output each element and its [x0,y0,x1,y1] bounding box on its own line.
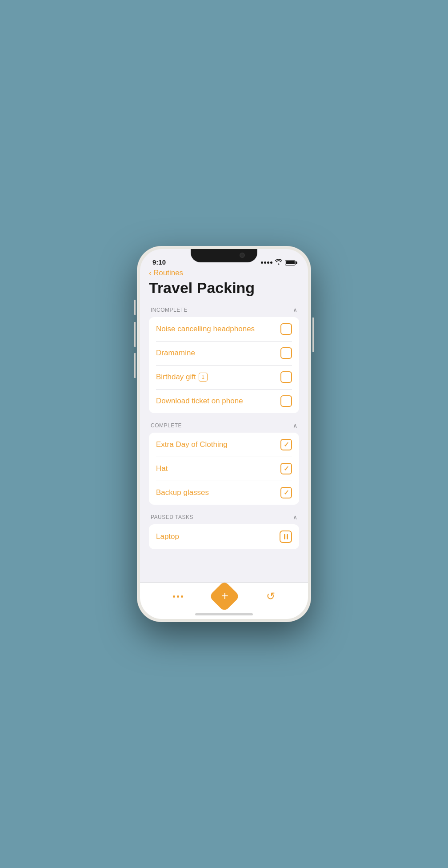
power-button [312,317,314,352]
task-row[interactable]: Laptop [149,524,299,549]
task-row[interactable]: Noise cancelling headphones [149,317,299,341]
task-row[interactable]: Dramamine [149,341,299,365]
task-label-task-4: Download ticket on phone [156,397,280,406]
back-chevron-icon: ‹ [149,269,152,277]
section-paused: PAUSED TASKS∧Laptop [149,514,299,549]
volume-up-button [134,322,136,347]
section-incomplete: INCOMPLETE∧Noise cancelling headphonesDr… [149,306,299,413]
more-button[interactable] [173,595,183,598]
signal-icon [261,261,272,264]
section-complete: COMPLETE∧Extra Day of ClothingHatBackup … [149,422,299,505]
section-title-complete: COMPLETE [151,422,182,429]
checkbox-task-7[interactable] [280,487,292,498]
section-header-complete[interactable]: COMPLETE∧ [149,422,299,433]
checkbox-task-2[interactable] [280,347,292,359]
phone-frame: 9:10 ‹ [137,246,311,622]
card-incomplete: Noise cancelling headphonesDramamineBirt… [149,317,299,413]
undo-icon: ↺ [266,590,275,603]
back-nav[interactable]: ‹ Routines [149,269,299,277]
task-row[interactable]: Download ticket on phone [149,389,299,413]
section-title-paused: PAUSED TASKS [151,514,193,520]
task-row[interactable]: Backup glasses [149,481,299,505]
card-complete: Extra Day of ClothingHatBackup glasses [149,433,299,505]
section-header-paused[interactable]: PAUSED TASKS∧ [149,514,299,524]
home-indicator [195,613,253,615]
task-label-task-1: Noise cancelling headphones [156,325,280,334]
checkbox-task-1[interactable] [280,323,292,335]
checkbox-task-4[interactable] [280,395,292,407]
add-button[interactable]: + [209,581,240,612]
checkbox-task-6[interactable] [280,463,292,474]
task-label-task-6: Hat [156,464,280,473]
section-chevron-incomplete: ∧ [293,306,297,313]
task-badge-task-3: 1 [199,373,208,382]
sections-container: INCOMPLETE∧Noise cancelling headphonesDr… [149,306,299,549]
status-icons [261,259,296,266]
task-label-task-7: Backup glasses [156,488,280,497]
task-label-task-8: Laptop [156,532,280,541]
status-time: 9:10 [152,258,166,266]
card-paused: Laptop [149,524,299,549]
notch [191,249,257,262]
add-icon: + [221,590,228,602]
section-chevron-complete: ∧ [293,422,297,429]
page-title: Travel Packing [149,279,299,297]
checkbox-task-3[interactable] [280,371,292,383]
task-label-task-2: Dramamine [156,349,280,358]
back-label[interactable]: Routines [153,269,183,277]
undo-button[interactable]: ↺ [266,590,275,603]
section-title-incomplete: INCOMPLETE [151,307,188,313]
task-row[interactable]: Extra Day of Clothing [149,433,299,457]
phone-screen: 9:10 ‹ [140,249,308,619]
task-label-task-5: Extra Day of Clothing [156,440,280,449]
front-camera [240,253,245,258]
task-label-task-3: Birthday gift1 [156,373,280,382]
volume-down-button [134,353,136,378]
scroll-area[interactable]: ‹ Routines Travel Packing INCOMPLETE∧Noi… [140,269,308,582]
task-row[interactable]: Birthday gift1 [149,365,299,389]
battery-icon [285,260,296,265]
ellipsis-icon [173,595,183,598]
wifi-icon [275,259,282,266]
task-row[interactable]: Hat [149,457,299,481]
checkbox-task-5[interactable] [280,439,292,450]
mute-button [134,300,136,315]
pause-icon[interactable] [280,530,292,543]
section-header-incomplete[interactable]: INCOMPLETE∧ [149,306,299,317]
section-chevron-paused: ∧ [293,514,297,521]
